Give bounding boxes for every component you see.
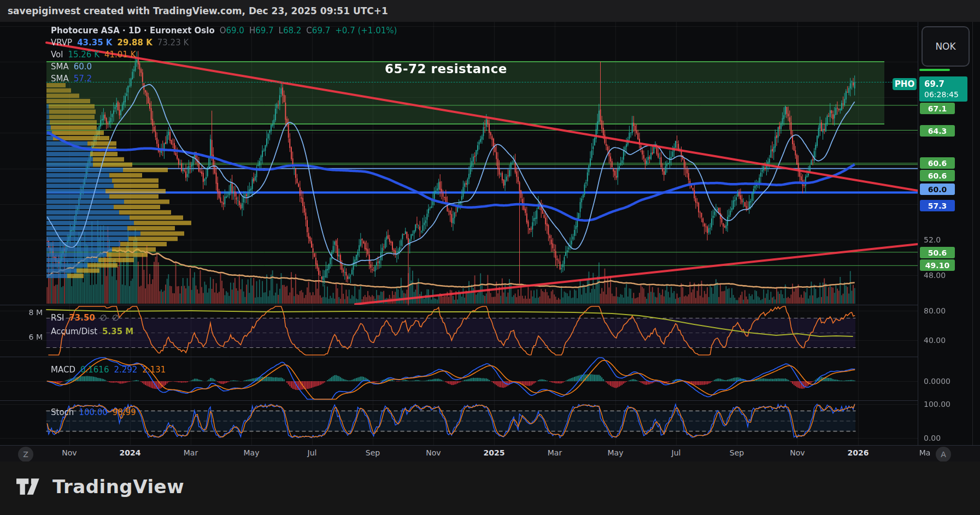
time-tick-label: Ma xyxy=(919,448,931,457)
market-status-indicator xyxy=(919,69,950,71)
left-scale-label: 6 M xyxy=(0,333,43,341)
time-tick-label: Sep xyxy=(730,448,744,457)
price-level-badge: 60.6 xyxy=(920,157,955,169)
time-tick-label: 2026 xyxy=(848,448,869,457)
scale-grid-label: 80.00 xyxy=(924,306,946,315)
tradingview-logo-icon xyxy=(16,476,45,497)
last-price-value: 69.7 xyxy=(924,79,967,90)
time-tick-label: Mar xyxy=(548,448,562,457)
price-scale[interactable]: NOK 69.7 06:28:45 67.164.360.660.660.057… xyxy=(918,22,980,445)
last-price-badge: 69.7 06:28:45 xyxy=(919,76,967,102)
footer: TradingView xyxy=(0,461,980,515)
tradingview-brand-text: TradingView xyxy=(52,476,184,498)
scale-grid-label: 100.00 xyxy=(924,400,950,409)
attribution-text: savepiginvest created with TradingView.c… xyxy=(8,5,388,16)
time-tick-label: Jul xyxy=(308,448,317,457)
time-tick-label: May xyxy=(244,448,260,457)
time-tick-label: Nov xyxy=(62,448,77,457)
price-level-badge: 49.10 xyxy=(920,259,955,271)
time-tick-label: Jul xyxy=(672,448,681,457)
resistance-annotation[interactable]: 65-72 resistance xyxy=(385,62,507,76)
price-level-badge: 60.6 xyxy=(920,170,955,181)
price-level-badge: 67.1 xyxy=(920,103,955,114)
scale-grid-label: 48.00 xyxy=(924,271,946,280)
price-level-badge: 50.6 xyxy=(920,247,955,258)
tradingview-brand[interactable]: TradingView xyxy=(16,476,184,498)
chart-region: Photocure ASA · 1D · Euronext Oslo O69.0… xyxy=(0,22,980,445)
scale-grid-label: 0.0000 xyxy=(924,377,950,386)
time-tick-label: 2025 xyxy=(484,448,505,457)
time-tick-label: Mar xyxy=(184,448,198,457)
scale-grid-label: 52.0 xyxy=(924,235,941,244)
price-level-badge: 64.3 xyxy=(920,125,955,137)
chart-canvas[interactable] xyxy=(0,22,918,445)
time-tick-label: Nov xyxy=(790,448,805,457)
scale-grid-label: 40.00 xyxy=(924,336,946,345)
currency-button[interactable]: NOK xyxy=(922,26,970,67)
timeline-z-button[interactable]: Z xyxy=(18,447,33,462)
price-level-badge: 60.0 xyxy=(920,183,955,195)
time-tick-label: Nov xyxy=(426,448,441,457)
scale-grid-label: 0.00 xyxy=(924,434,941,442)
time-tick-label: 2024 xyxy=(120,448,141,457)
price-level-badge: 57.3 xyxy=(920,200,955,211)
auto-scale-button[interactable]: A xyxy=(936,447,951,462)
scale-divider xyxy=(972,22,973,445)
attribution-bar: savepiginvest created with TradingView.c… xyxy=(0,0,980,22)
time-axis[interactable]: Z Nov2024MarMayJulSepNov2025MarMayJulSep… xyxy=(0,445,980,462)
bar-countdown: 06:28:45 xyxy=(924,90,967,99)
time-tick-label: Sep xyxy=(366,448,380,457)
time-tick-label: May xyxy=(608,448,624,457)
ticker-badge: PHO xyxy=(893,78,917,90)
left-scale-label: 8 M xyxy=(0,308,43,317)
tradingview-chart-app: savepiginvest created with TradingView.c… xyxy=(0,0,980,515)
